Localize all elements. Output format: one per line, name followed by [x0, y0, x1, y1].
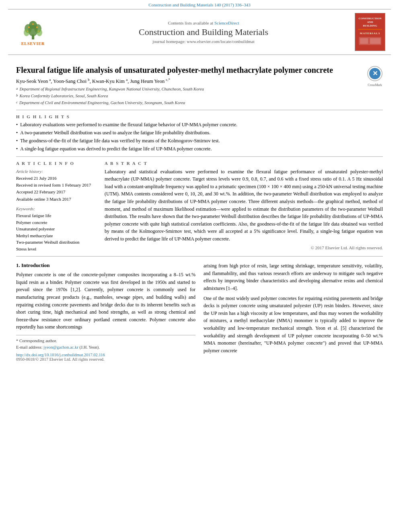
svg-point-7	[28, 27, 30, 28]
keywords-section: Keywords: Flexural fatigue life Polymer …	[16, 206, 97, 252]
intro-paragraph-2: arising from high price of resin, large …	[204, 262, 383, 292]
received-date: Received 21 July 2016	[16, 175, 97, 181]
body-left-column: 1. Introduction Polymer concrete is one …	[16, 262, 195, 362]
highlights-section: H I G H L I G H T S • Laboratory evaluat…	[16, 114, 383, 152]
elsevier-logo: ELSEVIER	[13, 18, 53, 46]
footnote-section: * Corresponding author. E-mail address: …	[16, 335, 195, 362]
body-section: 1. Introduction Polymer concrete is one …	[16, 262, 383, 362]
elsevier-tree-icon	[21, 18, 45, 41]
paper-title: Flexural fatigue life analysis of unsatu…	[16, 65, 383, 75]
keyword-3: Unsaturated polyester	[16, 226, 97, 232]
crossmark-badge: ✕ CrossMark	[367, 66, 383, 87]
science-direct-link[interactable]: ScienceDirect	[214, 21, 239, 25]
journal-header: ELSEVIER Contents lists available at Sci…	[8, 9, 391, 55]
article-info-label: A R T I C L E I N F O	[16, 161, 97, 166]
author-4: Jung Heum Yeon c,*	[130, 78, 170, 84]
svg-point-5	[24, 29, 29, 36]
svg-rect-13	[360, 38, 368, 44]
authors-line: Kyu-Seok Yeon a, Yoon-Sang Choi b, Kwan-…	[16, 78, 383, 84]
divider-3	[16, 256, 383, 257]
bullet-4: •	[16, 146, 18, 152]
issn-text: 0950-0618/© 2017 Elsevier Ltd. All right…	[16, 357, 195, 362]
journal-cover-image: Construction and Building MATERIALS	[354, 13, 386, 51]
highlight-2: • A two-parameter Weibull distribution w…	[16, 129, 383, 136]
affiliation-a: aDepartment of Regional Infrastructure E…	[16, 86, 367, 92]
svg-point-10	[27, 31, 28, 32]
bullet-3: •	[16, 138, 18, 144]
author-1: Kyu-Seok Yeon a	[16, 78, 51, 84]
bullet-1: •	[16, 121, 18, 128]
info-abstract-columns: A R T I C L E I N F O Article history: R…	[16, 161, 383, 253]
science-direct-notice: Contents lists available at ScienceDirec…	[53, 21, 354, 25]
cover-box: Construction and Building MATERIALS	[355, 13, 385, 51]
footnote-doi-section: http://dx.doi.org/10.1016/j.conbuildmat.…	[16, 353, 195, 362]
elsevier-text: ELSEVIER	[21, 41, 45, 46]
keywords-label: Keywords:	[16, 206, 97, 211]
article-history-label: Article history:	[16, 169, 97, 174]
svg-text:✕: ✕	[372, 70, 378, 77]
svg-point-11	[38, 31, 39, 32]
footnote-corresponding: * Corresponding author.	[16, 338, 195, 344]
highlight-4: • A single-log fatigue equation was deri…	[16, 146, 383, 152]
journal-reference: Construction and Building Materials 140 …	[0, 0, 399, 9]
intro-paragraph-3: One of the most widely used polymer conc…	[204, 295, 383, 355]
bullet-2: •	[16, 129, 18, 136]
accepted-date: Accepted 22 February 2017	[16, 189, 97, 195]
journal-homepage: journal homepage: www.elsevier.com/locat…	[53, 39, 354, 44]
svg-point-8	[32, 23, 34, 25]
svg-point-9	[36, 27, 38, 28]
cover-title1: Construction and Building	[358, 17, 381, 28]
keyword-6: Stress level	[16, 246, 97, 253]
journal-name: Construction and Building Materials	[53, 27, 354, 37]
copyright-text: © 2017 Elsevier Ltd. All rights reserved…	[105, 245, 383, 250]
available-online-date: Available online 3 March 2017	[16, 196, 97, 202]
author-2: Yoon-Sang Choi b	[53, 78, 90, 84]
doi-link[interactable]: http://dx.doi.org/10.1016/j.conbuildmat.…	[16, 353, 195, 357]
footnote-email: E-mail address: jyeon@gachon.ac.kr (J.H.…	[16, 344, 195, 351]
cover-materials: MATERIALS	[360, 32, 380, 35]
body-columns: 1. Introduction Polymer concrete is one …	[16, 262, 383, 362]
keyword-5: Two-parameter Weibull distribution	[16, 239, 97, 246]
introduction-heading: 1. Introduction	[16, 262, 195, 269]
highlights-label: H I G H L I G H T S	[16, 114, 383, 119]
highlight-3: • The goodness-of-the-fit of the fatigue…	[16, 138, 383, 144]
affiliations: aDepartment of Regional Infrastructure E…	[16, 86, 383, 106]
cover-divider	[358, 29, 382, 30]
keyword-4: Methyl methacrylate	[16, 232, 97, 239]
svg-point-6	[37, 29, 42, 36]
cover-graphic	[358, 35, 382, 47]
crossmark-label: CrossMark	[367, 83, 383, 87]
author-3: Kwan-Kyu Kim a	[92, 78, 128, 84]
svg-rect-14	[370, 38, 380, 44]
keyword-2: Polymer concrete	[16, 219, 97, 226]
divider-1	[16, 110, 383, 110]
affiliation-c: cDepartment of Civil and Environmental E…	[16, 100, 383, 106]
keyword-1: Flexural fatigue life	[16, 212, 97, 219]
abstract-label: A B S T R A C T	[105, 161, 383, 166]
crossmark-icon: ✕	[367, 66, 383, 82]
journal-title-center: Contents lists available at ScienceDirec…	[53, 21, 354, 44]
received-revised-date: Received in revised form 1 February 2017	[16, 182, 97, 188]
article-info-column: A R T I C L E I N F O Article history: R…	[16, 161, 97, 253]
paper-content: ✕ CrossMark Flexural fatigue life analys…	[0, 55, 399, 362]
divider-2	[16, 156, 383, 157]
highlight-1: • Laboratory evaluations were performed …	[16, 121, 383, 128]
abstract-column: A B S T R A C T Laboratory and statistic…	[105, 161, 383, 253]
intro-paragraph-1: Polymer concrete is one of the concrete-…	[16, 271, 195, 331]
body-right-column: arising from high price of resin, large …	[204, 262, 383, 362]
affiliation-b: bKorea Conformity Laboratories, Seoul, S…	[16, 93, 383, 99]
journal-ref-text: Construction and Building Materials 140 …	[148, 2, 251, 7]
abstract-text: Laboratory and statistical evaluations w…	[105, 168, 383, 243]
footnote-email-address[interactable]: jyeon@gachon.ac.kr	[43, 345, 78, 349]
